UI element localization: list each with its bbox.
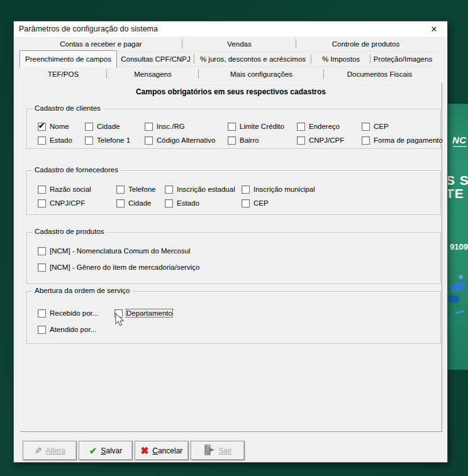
checkbox-telefone-1[interactable]: Telefone 1 bbox=[85, 136, 130, 145]
group-cadastro-de-clientes: Cadastro de clientes Nome Cidade Insc./R… bbox=[26, 109, 441, 149]
group-title: Abertura da ordem de serviço bbox=[32, 287, 133, 294]
wallpaper-logo-subline bbox=[453, 146, 467, 147]
wallpaper-illustration-dot bbox=[459, 275, 463, 279]
checkbox-box[interactable] bbox=[38, 185, 46, 194]
wallpaper-illustration-screen bbox=[448, 295, 459, 303]
checkbox-box[interactable] bbox=[297, 136, 305, 145]
system-config-dialog: Parâmetros de configuração do sistema ✕ … bbox=[13, 21, 448, 463]
tab-row-1: Contas a receber e pagar Vendas Controle… bbox=[20, 36, 435, 52]
mouse-cursor bbox=[114, 313, 125, 329]
group-cadastro-de-fornecedores: Cadastro de fornecedores Razão social Te… bbox=[26, 170, 441, 215]
page-title: Campos obrigatórios em seus respectivos … bbox=[20, 87, 442, 96]
checkbox-estado-clientes[interactable]: Estado bbox=[38, 136, 72, 145]
checkbox-nome[interactable]: Nome bbox=[38, 122, 69, 131]
tab-tef-pos[interactable]: TEF/POS bbox=[20, 67, 107, 81]
checkbox-box[interactable] bbox=[242, 199, 250, 208]
checkbox-estado-fornecedor[interactable]: Estado bbox=[165, 199, 199, 208]
tab-vendas[interactable]: Vendas bbox=[182, 36, 296, 51]
check-icon: ✔ bbox=[89, 446, 98, 455]
checkbox-inscricao-municipal[interactable]: Inscrição municipal bbox=[242, 185, 315, 194]
tab-page-preenchimento: Campos obrigatórios em seus respectivos … bbox=[20, 82, 442, 432]
sair-button[interactable]: Sair bbox=[191, 441, 245, 460]
checkbox-atendido-por[interactable]: Atendido por... bbox=[38, 325, 96, 334]
pencil-icon: ✎ bbox=[33, 446, 43, 455]
checkbox-box[interactable] bbox=[85, 136, 93, 145]
checkbox-box[interactable] bbox=[165, 185, 173, 194]
checkbox-cep-fornecedor[interactable]: CEP bbox=[242, 199, 269, 208]
tab-impostos[interactable]: % Impostos bbox=[311, 52, 370, 66]
tab-row-3: TEF/POS Mensagens Mais configurações Doc… bbox=[20, 67, 435, 81]
checkbox-box[interactable] bbox=[116, 199, 125, 208]
checkbox-recebido-por[interactable]: Recebido por... bbox=[38, 309, 98, 318]
wallpaper-big-text-1: S S bbox=[448, 174, 468, 187]
checkbox-box[interactable] bbox=[38, 326, 46, 334]
checkbox-box[interactable] bbox=[85, 123, 93, 131]
checkbox-ncm-genero[interactable]: [NCM] - Gênero do item de mercadoria/ser… bbox=[38, 263, 199, 272]
checkbox-box[interactable] bbox=[362, 136, 370, 145]
wallpaper-illustration-bar bbox=[455, 310, 464, 314]
tab-documentos-fiscais[interactable]: Documentos Fiscais bbox=[324, 67, 435, 81]
tab-protecao-imagens[interactable]: Proteção/Imagens bbox=[370, 52, 435, 66]
wallpaper-number: 9109 bbox=[450, 242, 468, 252]
checkbox-box[interactable] bbox=[38, 263, 46, 272]
checkbox-box[interactable] bbox=[116, 185, 125, 194]
group-cadastro-de-produtos: Cadastro de produtos [NCM] - Nomenclatur… bbox=[26, 232, 441, 284]
checkbox-cnpj-cpf-clientes[interactable]: CNPJ/CPF bbox=[297, 136, 344, 145]
tab-mais-configuracoes[interactable]: Mais configurações bbox=[199, 67, 324, 81]
altera-button[interactable]: ✎ Altera bbox=[23, 441, 77, 460]
checkbox-box[interactable] bbox=[38, 123, 46, 131]
checkbox-telefone-fornecedor[interactable]: Telefone bbox=[116, 185, 155, 194]
checkbox-insc-rg[interactable]: Insc./RG bbox=[145, 122, 185, 131]
group-abertura-da-ordem-de-servico: Abertura da ordem de serviço Recebido po… bbox=[26, 291, 441, 344]
group-title: Cadastro de produtos bbox=[32, 228, 107, 235]
tab-strip: Contas a receber e pagar Vendas Controle… bbox=[20, 36, 435, 81]
wallpaper-big-text-2: TE bbox=[448, 187, 464, 200]
checkbox-box[interactable] bbox=[38, 247, 46, 255]
group-title: Cadastro de clientes bbox=[32, 104, 103, 112]
checkbox-cep-clientes[interactable]: CEP bbox=[362, 122, 389, 131]
checkbox-box[interactable] bbox=[228, 123, 236, 131]
tab-preenchimento-de-campos[interactable]: Preenchimento de campos bbox=[20, 50, 117, 67]
cancelar-button[interactable]: ✖ Cancelar bbox=[135, 441, 189, 460]
checkbox-box[interactable] bbox=[145, 123, 153, 131]
dialog-title: Parâmetros de configuração do sistema bbox=[19, 25, 158, 33]
checkbox-ncm-nomenclatura[interactable]: [NCM] - Nomenclatura Comum do Mercosul bbox=[38, 246, 191, 255]
wallpaper-illustration-laptop bbox=[451, 281, 465, 292]
title-bar[interactable]: Parâmetros de configuração do sistema ✕ bbox=[14, 21, 447, 36]
checkbox-limite-credito[interactable]: Limite Crédito bbox=[228, 122, 284, 131]
group-title: Cadastro de fornecedores bbox=[32, 166, 121, 174]
checkbox-box[interactable] bbox=[38, 136, 46, 145]
desktop-wallpaper: NC S S TE 9109 bbox=[448, 104, 468, 370]
checkbox-box[interactable] bbox=[38, 309, 46, 318]
tab-controle-de-produtos[interactable]: Controle de produtos bbox=[296, 36, 435, 51]
wallpaper-logo-text: NC bbox=[452, 135, 467, 145]
checkbox-box[interactable] bbox=[145, 136, 153, 145]
cancel-x-icon: ✖ bbox=[141, 446, 149, 455]
checkbox-box[interactable] bbox=[297, 123, 305, 131]
tab-juros-descontos-acrescimos[interactable]: % juros, descontos e acréscimos bbox=[194, 52, 311, 66]
checkbox-cidade[interactable]: Cidade bbox=[85, 122, 120, 131]
checkbox-cnpj-cpf-fornecedor[interactable]: CNPJ/CPF bbox=[38, 199, 85, 208]
checkbox-forma-de-pagamento[interactable]: Forma de pagamento bbox=[362, 136, 443, 145]
checkbox-cidade-fornecedor[interactable]: Cidade bbox=[116, 199, 151, 208]
close-icon[interactable]: ✕ bbox=[428, 25, 442, 34]
checkbox-inscricao-estadual[interactable]: Inscrição estadual bbox=[165, 185, 235, 194]
checkbox-box[interactable] bbox=[242, 185, 250, 194]
checkbox-bairro[interactable]: Bairro bbox=[228, 136, 259, 145]
tab-contas-a-receber-e-pagar[interactable]: Contas a receber e pagar bbox=[20, 36, 182, 51]
checkbox-box[interactable] bbox=[38, 199, 46, 208]
checkbox-box[interactable] bbox=[228, 136, 236, 145]
tab-mensagens[interactable]: Mensagens bbox=[107, 67, 199, 81]
tab-row-2: Preenchimento de campos Consultas CPF/CN… bbox=[20, 52, 435, 67]
checkbox-razao-social[interactable]: Razão social bbox=[38, 185, 91, 194]
checkbox-box[interactable] bbox=[362, 123, 370, 131]
checkbox-box[interactable] bbox=[165, 199, 173, 208]
tab-consultas-cpf-cnpj[interactable]: Consultas CPF/CNPJ bbox=[117, 52, 194, 66]
salvar-button[interactable]: ✔ Salvar bbox=[79, 441, 133, 460]
checkbox-endereco[interactable]: Endereço bbox=[297, 122, 340, 131]
exit-door-icon bbox=[203, 445, 214, 457]
checkbox-codigo-alternativo[interactable]: Código Alternativo bbox=[145, 136, 215, 145]
